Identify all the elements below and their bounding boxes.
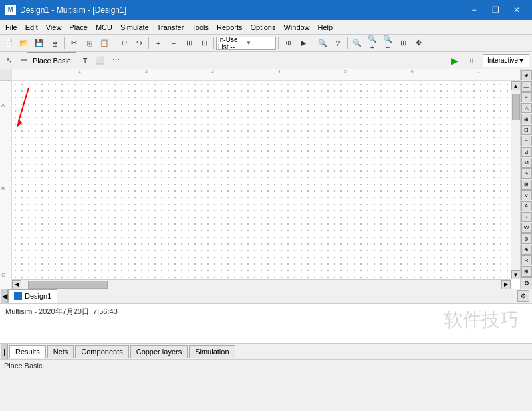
rp-btn-5[interactable]: ⊞	[521, 114, 532, 124]
paste-button[interactable]: 📋	[97, 36, 112, 51]
rp-btn-12[interactable]: V	[521, 190, 532, 200]
graphic-button[interactable]: ⬜	[93, 53, 108, 68]
restore-button[interactable]: ❐	[485, 3, 505, 17]
rp-btn-19[interactable]: ⊞	[521, 266, 532, 276]
menu-edit[interactable]: Edit	[21, 20, 42, 34]
open-button[interactable]: 📂	[17, 36, 31, 51]
zoom-in-button[interactable]: +	[151, 36, 166, 51]
menu-simulate[interactable]: Simulate	[116, 20, 153, 34]
schematic-canvas[interactable]	[12, 81, 511, 279]
help-button[interactable]: ?	[331, 36, 345, 51]
place-basic-tab[interactable]: Place Basic	[27, 52, 76, 69]
tab-components[interactable]: Components	[75, 345, 128, 358]
tab-nets[interactable]: Nets	[47, 345, 74, 358]
vscroll-thumb[interactable]	[512, 94, 520, 120]
component-db-button[interactable]: ⊕	[281, 36, 295, 51]
simulate-start-button[interactable]: ▶	[296, 36, 311, 51]
design1-tab[interactable]: Design1	[8, 289, 57, 303]
rp-btn-6[interactable]: ⊡	[521, 125, 532, 135]
svg-marker-1	[17, 119, 22, 128]
tab-results[interactable]: Results	[9, 345, 46, 358]
interactive-dropdown[interactable]: Interactive ▼	[483, 54, 529, 67]
status-text: Place Basic.	[4, 362, 45, 370]
zoom-fit2-button[interactable]: ⊞	[396, 36, 410, 51]
spreadsheet-panel-handle[interactable]: |	[1, 344, 8, 359]
redo-button[interactable]: ↪	[132, 36, 146, 51]
sep7	[347, 37, 348, 49]
sep2	[114, 37, 114, 49]
zoom-100-button[interactable]: 🔍	[350, 36, 364, 51]
sep1	[64, 37, 65, 49]
menu-window[interactable]: Window	[279, 20, 313, 34]
rp-btn-18[interactable]: R	[521, 255, 532, 265]
rp-btn-16[interactable]: ⊛	[521, 233, 532, 243]
rp-btn-17[interactable]: ⊕	[521, 245, 532, 255]
sim-pause-button[interactable]: ⏸	[464, 53, 479, 68]
tab-copper-layers[interactable]: Copper layers	[130, 345, 188, 358]
menu-mcu[interactable]: MCU	[92, 20, 116, 34]
rp-btn-2[interactable]: —	[521, 81, 532, 91]
sep6	[313, 37, 313, 49]
rp-btn-14[interactable]: ⌁	[521, 212, 532, 222]
zoom-area-button[interactable]: ⊞	[182, 36, 196, 51]
rp-btn-13[interactable]: A	[521, 201, 532, 211]
minimize-button[interactable]: −	[464, 3, 484, 17]
zoom-in2-button[interactable]: 🔍+	[365, 36, 380, 51]
save-button[interactable]: 💾	[32, 36, 47, 51]
output-panel: Multisim - 2020年7月20日, 7:56:43 软件技巧	[0, 303, 532, 343]
sep5	[278, 37, 279, 49]
hscroll-thumb[interactable]	[28, 281, 108, 289]
scroll-right-arrow[interactable]: ▶	[501, 280, 511, 289]
menu-place[interactable]: Place	[65, 20, 92, 34]
scrollbar-vertical[interactable]: ▲ ▼	[511, 81, 520, 279]
rp-btn-3[interactable]: ≡	[521, 92, 532, 102]
menu-tools[interactable]: Tools	[188, 20, 213, 34]
rp-settings-btn[interactable]: ⚙	[521, 277, 533, 289]
interactive-arrow-icon: ▼	[518, 57, 525, 64]
new-button[interactable]: 📄	[1, 36, 16, 51]
menu-transfer[interactable]: Transfer	[153, 20, 188, 34]
title-bar: M Design1 - Multisim - [Design1] − ❐ ✕	[0, 0, 532, 20]
zoom-out2-button[interactable]: 🔍−	[380, 36, 395, 51]
output-content: Multisim - 2020年7月20日, 7:56:43	[0, 304, 532, 319]
cut-button[interactable]: ✂	[66, 36, 81, 51]
search-button[interactable]: 🔍	[315, 36, 330, 51]
zoom-out-button[interactable]: −	[166, 36, 181, 51]
pointer-button[interactable]: ↖	[1, 53, 16, 68]
menu-reports[interactable]: Reports	[213, 20, 247, 34]
undo-button[interactable]: ↩	[116, 36, 131, 51]
print-button[interactable]: 🖨	[47, 36, 62, 51]
menu-file[interactable]: File	[1, 20, 21, 34]
rp-btn-11[interactable]: ⊠	[521, 180, 532, 190]
scrollbar-horizontal[interactable]: ◀ ▶	[12, 279, 511, 289]
in-use-list-dropdown[interactable]: In-Use List -- ▼	[216, 37, 276, 50]
close-button[interactable]: ✕	[507, 3, 527, 17]
rp-btn-7[interactable]: ~	[521, 136, 532, 146]
rp-btn-15[interactable]: W	[521, 223, 532, 233]
sep3	[148, 37, 149, 49]
rp-btn-8[interactable]: ⊿	[521, 147, 532, 157]
ruler-left: A B C	[0, 69, 12, 289]
rp-btn-1[interactable]: ⊕	[521, 70, 532, 80]
rp-btn-10[interactable]: ∿	[521, 168, 532, 178]
ruler-tick-5: 5	[344, 69, 347, 74]
main-layout: A B C 1 2 3 4 5 6 7 ◀	[0, 69, 532, 289]
tab-left-scroll[interactable]: ◀	[1, 289, 8, 303]
misc-button[interactable]: ⋯	[108, 53, 123, 68]
text-button[interactable]: T	[78, 53, 92, 68]
tab-simulation[interactable]: Simulation	[189, 345, 235, 358]
rp-btn-9[interactable]: M	[521, 158, 532, 168]
scroll-down-arrow[interactable]: ▼	[511, 270, 521, 279]
menu-help[interactable]: Help	[314, 20, 337, 34]
scroll-up-arrow[interactable]: ▲	[511, 81, 521, 90]
menu-view[interactable]: View	[42, 20, 66, 34]
sim-play-button[interactable]: ▶	[447, 53, 462, 68]
pan-button[interactable]: ✥	[411, 36, 426, 51]
rp-btn-4[interactable]: △	[521, 103, 532, 113]
menu-options[interactable]: Options	[247, 20, 280, 34]
app-icon: M	[5, 5, 16, 15]
design-props-btn[interactable]: ⚙	[517, 290, 529, 302]
scroll-left-arrow[interactable]: ◀	[12, 280, 21, 289]
copy-button[interactable]: ⎘	[82, 36, 96, 51]
zoom-fit-button[interactable]: ⊡	[197, 36, 211, 51]
